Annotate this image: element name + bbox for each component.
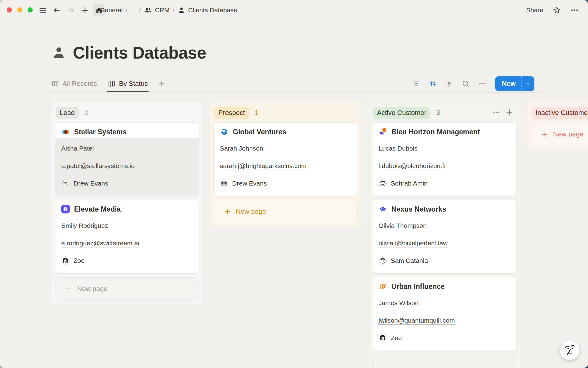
card-contact: James Wilson	[379, 299, 510, 307]
status-pill-inactive-customer[interactable]: Inactive Customer	[532, 107, 588, 119]
column-count: 2	[85, 109, 88, 117]
avatar-drew-evans	[220, 179, 228, 187]
breadcrumb-ellipsis[interactable]: ...	[131, 6, 136, 14]
card-contact: Emily Rodriguez	[61, 221, 193, 230]
filter-icon[interactable]	[412, 79, 420, 88]
traffic-lights	[7, 7, 33, 13]
card-contact: Lucas Dubois	[379, 144, 510, 152]
card-email-link[interactable]: sarah.j@brightsparksolns.com	[220, 162, 352, 170]
column-count: 3	[436, 109, 440, 117]
card-email-link[interactable]: a.patel@stellarsystems.io	[61, 162, 193, 170]
card-owner: Drew Evans	[220, 179, 352, 187]
new-page-button-prospect[interactable]: New page	[214, 200, 358, 223]
nexus-networks-logo	[379, 205, 387, 213]
share-button[interactable]: Share	[526, 6, 543, 14]
breadcrumb: General / ... / CRM / Clients Database	[100, 4, 237, 16]
notion-ai-face-button[interactable]	[560, 340, 579, 360]
status-pill-lead[interactable]: Lead	[56, 107, 79, 119]
urban-influence-logo	[379, 282, 387, 291]
kanban-board: Lead 2 Stellar Systems Aisha Patel a.pat…	[0, 102, 588, 368]
new-tab-icon[interactable]	[79, 4, 91, 16]
favorite-star-icon[interactable]	[552, 6, 561, 14]
card-title: Stellar Systems	[74, 128, 126, 136]
more-options-icon[interactable]	[570, 6, 579, 14]
avatar-zoe	[61, 256, 70, 265]
avatar-drew-evans	[61, 179, 70, 187]
stellar-systems-logo	[61, 128, 70, 136]
column-options-ellipsis-icon[interactable]	[492, 108, 500, 117]
card-email-link[interactable]: jwilson@quantumquill.com	[379, 316, 510, 324]
card-owner: Zoe	[379, 334, 510, 342]
card-owner: Sohrab Amin	[379, 179, 510, 187]
avatar-zoe	[379, 334, 387, 342]
sort-icon[interactable]	[429, 79, 437, 88]
breadcrumb-item-current-page[interactable]: Clients Database	[188, 6, 237, 14]
card-title: Elevate Media	[74, 205, 121, 213]
board-column-prospect: Prospect 1 Global Ventures Sarah Johnson…	[210, 102, 361, 227]
avatar-sam-catania	[379, 256, 387, 265]
zoom-window-button[interactable]	[28, 7, 33, 13]
global-ventures-logo	[220, 128, 228, 136]
new-page-button-lead[interactable]: New page	[55, 277, 199, 301]
minimize-window-button[interactable]	[17, 7, 22, 13]
search-icon[interactable]	[462, 79, 470, 88]
column-add-card-icon[interactable]	[505, 108, 513, 117]
breadcrumb-item-general[interactable]: General	[100, 6, 123, 14]
app-window: General / ... / CRM / Clients Database S…	[0, 0, 588, 368]
card-owner: Zoe	[61, 256, 193, 265]
card-title: Urban Influence	[391, 282, 445, 291]
forward-arrow-icon[interactable]	[65, 4, 77, 16]
avatar-sohrab-amin	[379, 179, 387, 187]
new-record-button[interactable]: New	[495, 76, 534, 91]
view-options-ellipsis-icon[interactable]	[478, 79, 486, 88]
card-email-link[interactable]: l.dubois@bleuhorizon.fr	[379, 162, 510, 170]
card-nexus-networks[interactable]: Nexus Networks Olivia Thompson olivia.t@…	[372, 200, 516, 273]
status-pill-active-customer[interactable]: Active Customer	[373, 107, 430, 119]
page-person-icon	[178, 6, 185, 14]
card-email-link[interactable]: olivia.t@pixelperfect.law	[379, 239, 510, 247]
automation-bolt-icon[interactable]	[445, 80, 453, 88]
sidebar-menu-icon[interactable]	[37, 4, 48, 16]
card-stellar-systems[interactable]: Stellar Systems Aisha Patel a.patel@stel…	[55, 123, 199, 196]
page-title: Clients Database	[73, 43, 206, 63]
new-page-button-inactive[interactable]: New page	[531, 123, 588, 146]
card-owner: Sam Catania	[379, 256, 510, 265]
card-title: Bleu Horizon Management	[391, 128, 480, 136]
board-column-active-customer: Active Customer 3 Bleu Horizon Mana	[369, 102, 520, 368]
team-people-icon	[144, 6, 152, 14]
page-title-person-icon	[51, 45, 66, 60]
bleu-horizon-logo	[379, 128, 387, 136]
back-arrow-icon[interactable]	[51, 4, 62, 16]
status-pill-prospect[interactable]: Prospect	[214, 107, 249, 119]
breadcrumb-item-crm[interactable]: CRM	[155, 6, 170, 14]
board-column-inactive-customer: Inactive Customer New page	[527, 102, 588, 150]
titlebar: General / ... / CRM / Clients Database S…	[0, 0, 588, 20]
tab-label: All Records	[62, 80, 97, 88]
tab-by-status[interactable]: By Status	[108, 75, 148, 92]
column-count: 1	[255, 109, 258, 117]
new-button-chevron-down-icon[interactable]	[521, 76, 534, 91]
card-global-ventures[interactable]: Global Ventures Sarah Johnson sarah.j@br…	[214, 123, 358, 196]
card-urban-influence[interactable]: Urban Influence James Wilson jwilson@qua…	[372, 277, 516, 351]
card-bleu-horizon-management[interactable]: Bleu Horizon Management Lucas Dubois l.d…	[372, 123, 516, 196]
breadcrumb-separator: /	[139, 6, 141, 14]
card-elevate-media[interactable]: Elevate Media Emily Rodriguez e.rodrigue…	[55, 200, 199, 273]
card-title: Global Ventures	[233, 128, 286, 136]
add-view-icon[interactable]	[158, 75, 165, 92]
new-button-label[interactable]: New	[495, 76, 521, 91]
card-contact: Olivia Thompson	[379, 221, 510, 230]
card-title: Nexus Networks	[391, 205, 446, 213]
tab-all-records[interactable]: All Records	[51, 75, 97, 92]
tabbar-divider	[46, 92, 548, 93]
breadcrumb-separator: /	[173, 6, 175, 14]
card-owner: Drew Evans	[61, 179, 193, 187]
card-contact: Sarah Johnson	[220, 144, 352, 152]
breadcrumb-separator: /	[126, 6, 128, 14]
new-page-button-partial[interactable]	[372, 355, 516, 368]
tab-label: By Status	[119, 80, 148, 88]
card-email-link[interactable]: e.rodriguez@swiftstream.ai	[61, 239, 193, 247]
close-window-button[interactable]	[7, 7, 12, 13]
card-contact: Aisha Patel	[61, 144, 193, 152]
elevate-media-logo	[61, 205, 70, 213]
board-column-lead: Lead 2 Stellar Systems Aisha Patel a.pat…	[51, 102, 203, 304]
